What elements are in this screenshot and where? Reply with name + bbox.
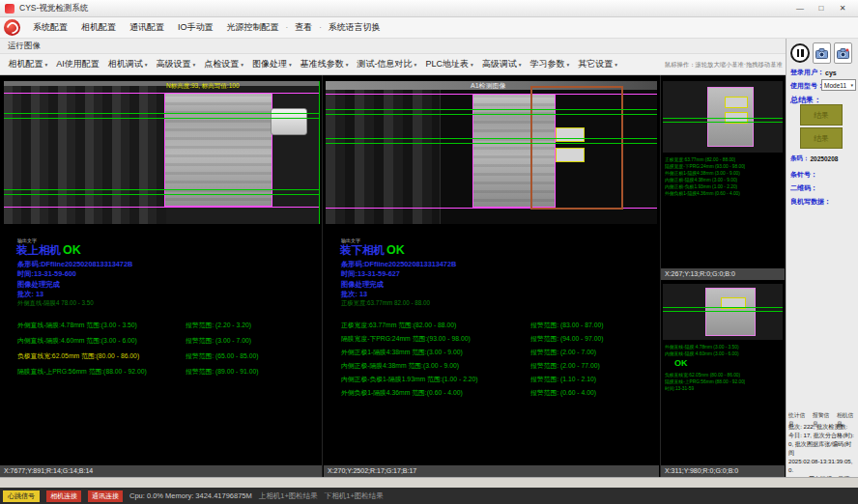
window-controls: — □ ✕ (789, 4, 853, 13)
menu-camera-config[interactable]: 相机配置 (74, 21, 123, 34)
measurement-row: 负极直线宽:62.05mm 范围:(80.00 - 86.00) 报警范围: (… (17, 351, 315, 361)
cursor-coordinates: X:267;Y:13;R:0;G:0;B:0 (661, 268, 785, 280)
toolbar-item-label: 基准线参数 (300, 58, 344, 70)
toolbar-advanced-debug[interactable]: 高级调试▾ (477, 58, 526, 70)
heartbeat-badge: 心跳信号 (3, 490, 40, 502)
toolbar-learn-params[interactable]: 学习参数▾ (526, 58, 574, 70)
measurement-text: 外侧负极1-隔膜4.36mm 范围:(0.60 - 4.00) (341, 388, 530, 398)
measurement-text: 隔膜直线-上PRG:56mm 范围:(88.00 - 92.00) (17, 367, 186, 377)
bright-spot-region (556, 127, 585, 142)
menu-io-manual[interactable]: IO手动置 (171, 21, 220, 34)
logo-swirl-icon (4, 19, 20, 36)
stats-line: 今日: 17, 批次分合格(时): (788, 431, 857, 439)
process-status-text: 图像处理完成 (17, 280, 60, 290)
measure-line-green (663, 307, 783, 308)
camera-button-1[interactable] (813, 42, 831, 64)
close-button[interactable]: ✕ (832, 4, 853, 13)
write-data-label: 良机写数据： (790, 197, 831, 207)
thumb-measure-line: 内侧正极-隔膜4:38mm (3.00 - 9.00) (665, 177, 737, 182)
measurement-text: 正极宽度:63.77mm 范围:(82.00 - 88.00) (341, 321, 530, 330)
bottom-strip (0, 477, 858, 488)
lower-camera-view[interactable]: A1检测图像 (326, 81, 657, 224)
app-window: CYS-视觉检测系统 — □ ✕ 系统配置 相机配置 通讯配置 IO手动置 光源… (0, 0, 858, 504)
menu-view[interactable]: 查看 (288, 21, 319, 34)
toolbar-test-compare[interactable]: 测试-信息对比▾ (353, 58, 421, 70)
toolbar-spot-check[interactable]: 点检设置▾ (200, 58, 248, 70)
toolbar-item-label: 其它设置 (578, 58, 613, 70)
height-overlay-label: N标高度:93, 标高写值:100 (166, 82, 240, 91)
camera-button-2[interactable] (834, 42, 852, 64)
toolbar-camera-debug[interactable]: 相机调试▾ (103, 58, 152, 70)
thumb-measure-line: 时间:13-31-59 (665, 385, 694, 391)
alarm-range: 报警范围: (0.60 - 4.00) (530, 388, 652, 398)
measurement-text: 内侧直线-隔膜:4.60mm 范围:(3.00 - 6.00) (17, 336, 186, 346)
measure-line-green (663, 311, 783, 312)
pre-measure-line: 外侧直线-隔膜4 78.00 - 3.50 (17, 299, 94, 308)
toolbar-camera-config[interactable]: 相机配置▾ (4, 58, 52, 70)
thumb-measure-line: 负极直线宽:62.05mm (80.00 - 86.00) (665, 372, 740, 378)
thumbnail-camera-view-bottom[interactable] (663, 284, 783, 340)
login-row: 登录用户： cys (790, 68, 837, 77)
menu-language-switch[interactable]: 系统语言切换 (322, 21, 387, 34)
tab-run-image[interactable]: 运行图像 (8, 41, 41, 52)
time-text: 时间:13-31-59-600 (17, 269, 76, 279)
measure-line-green (326, 114, 657, 115)
result-box-2: 结果 (800, 127, 843, 149)
toolbar-other-settings[interactable]: 其它设置▾ (574, 58, 622, 70)
bright-spot-region (556, 148, 585, 162)
alarm-range: 报警范围: (65.00 - 85.00) (186, 351, 315, 361)
alarm-range: 报警范围: (2.00 - 77.00) (530, 361, 652, 371)
toolbar-ai-config[interactable]: AI使用配置 (52, 58, 104, 70)
maximize-button[interactable]: □ (811, 4, 832, 13)
pause-icon (797, 49, 800, 57)
thumbnail-camera-view-top[interactable] (663, 81, 783, 153)
cpu-memory-text: Cpu: 0.0% Memory: 3424.41796875M (129, 491, 252, 500)
toolbar-advanced-settings[interactable]: 高级设置▾ (152, 58, 200, 70)
toolbar-item-label: 图像处理 (252, 58, 287, 70)
measure-line-green (326, 143, 657, 144)
window-title: CYS-视觉检测系统 (19, 3, 88, 14)
pre-measure-line: 正极宽度:63.77mm 82.00 - 88.00 (341, 299, 430, 308)
alarm-range: 报警范围: (94.00 - 97.00) (530, 334, 652, 344)
toolbar-item-label: 高级设置 (157, 58, 191, 70)
model-select[interactable]: Mode11 ▾ (821, 79, 856, 91)
measurement-row: 隔膜宽度-下PRG:24mm 范围:(93.00 - 98.00) 报警范围: … (341, 334, 652, 344)
model-select-value: Mode11 (824, 82, 846, 89)
measure-line-green (4, 189, 320, 190)
camera-status-badge: 相机连接 (46, 490, 81, 502)
measurement-text: 隔膜宽度-下PRG:24mm 范围:(93.00 - 98.00) (341, 334, 530, 344)
measure-line-green (326, 109, 657, 110)
toolbar-item-label: 相机配置 (9, 58, 43, 70)
menu-system-config[interactable]: 系统配置 (26, 21, 74, 34)
chevron-down-icon: ▾ (346, 62, 349, 68)
lower-camera-result: 装下相机 OK (340, 243, 405, 258)
measure-line-green (4, 118, 320, 119)
overlay-magenta-line (4, 207, 320, 208)
camera-icon (815, 48, 828, 59)
upper-camera-result-text: 上相机1+图检结果 (259, 491, 318, 501)
upper-camera-result: 装上相机 OK (16, 243, 81, 258)
measurement-row: 隔膜直线-上PRG:56mm 范围:(88.00 - 92.00) 报警范围: … (17, 367, 315, 377)
toolbar-baseline-params[interactable]: 基准线参数▾ (296, 58, 353, 70)
ok-status: OK (674, 358, 688, 368)
barcode-text: 条形码:DFfiine2025020813313472B (341, 260, 456, 269)
time-text: 时间:13-31-59-627 (341, 269, 400, 279)
upper-camera-view[interactable]: N标高度:93, 标高写值:100 (4, 81, 320, 224)
toolbar-plc-table[interactable]: PLC地址表▾ (421, 58, 477, 70)
toolbar-item-label: 学习参数 (529, 58, 564, 70)
thumb-measure-line: 内侧直线-隔膜:4.60mm (3.00 - 6.00) (665, 350, 739, 356)
alarm-range: 报警范围: (2.20 - 3.20) (186, 321, 315, 330)
menu-light-control[interactable]: 光源控制配置 (220, 21, 286, 34)
cursor-coordinates: X:7677;Y:891;R:14;G:14;B:14 (0, 465, 322, 477)
image-title-label: A1检测图像 (471, 81, 506, 91)
chevron-down-icon: ▾ (415, 62, 417, 68)
menu-comm-config[interactable]: 通讯配置 (123, 21, 171, 34)
result-box-1: 结果 (800, 104, 843, 126)
status-bar: 心跳信号 相机连接 通讯连接 Cpu: 0.0% Memory: 3424.41… (0, 488, 858, 504)
toolbar-image-process[interactable]: 图像处理▾ (248, 58, 297, 70)
minimize-button[interactable]: — (789, 4, 811, 13)
stats-line: 批次: 222, 批次检测数: (788, 422, 857, 431)
toolbar-item-label: 点检设置 (204, 58, 239, 70)
app-logo (4, 19, 20, 36)
pause-button[interactable] (790, 43, 810, 63)
